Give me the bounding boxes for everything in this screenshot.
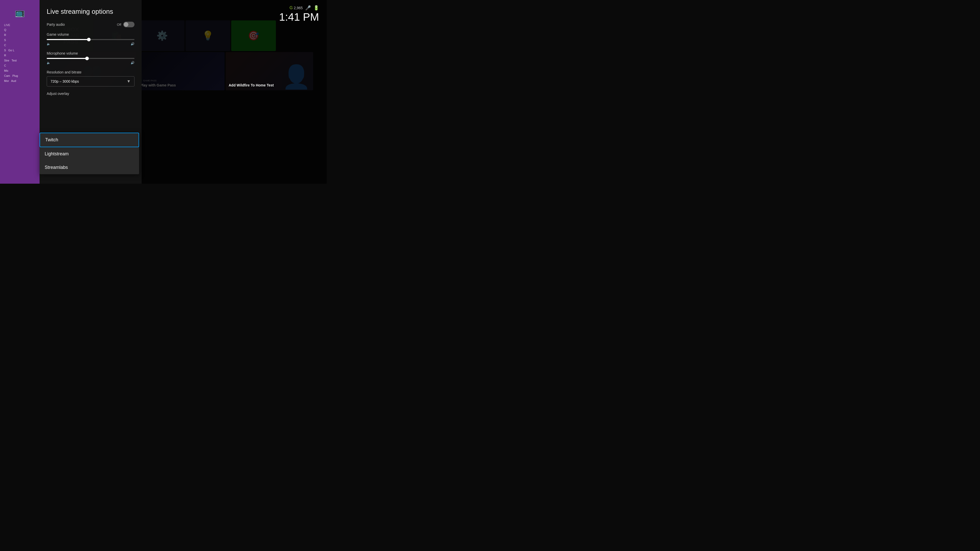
dropdown-option-lightstream[interactable]: Lightstream xyxy=(40,147,139,161)
sidebar-item-q[interactable]: Q xyxy=(3,27,37,32)
tile-spinner[interactable]: 🎯 xyxy=(231,21,276,51)
dropdown-option-twitch[interactable]: Twitch xyxy=(40,133,139,147)
game-volume-track[interactable] xyxy=(47,39,135,40)
volume-high-icon: 🔊 xyxy=(130,42,135,46)
sidebar-item-c2[interactable]: C xyxy=(3,63,37,68)
sidebar-item-r1[interactable]: R xyxy=(3,33,37,37)
sidebar-item-s1[interactable]: S xyxy=(3,38,37,42)
overlay-section: Adjust overlay xyxy=(47,92,135,96)
status-bar: G 2,965 🎤 🔋 1:41 PM xyxy=(279,5,319,22)
gamepass-badge: ✦ GAME PASS xyxy=(140,79,156,82)
person-silhouette: 👤 xyxy=(282,64,310,90)
panel-title: Live streaming options xyxy=(47,8,135,16)
gamerscore-icon: G xyxy=(290,6,293,10)
tile-settings[interactable]: ⚙️ xyxy=(140,21,185,51)
dropdown-option-twitch-label: Twitch xyxy=(45,137,58,142)
overlay-label: Adjust overlay xyxy=(47,92,135,96)
party-audio-value: Off xyxy=(117,23,121,27)
tile-gamepass-play[interactable]: ✦ GAME PASS Play with Game Pass xyxy=(137,52,224,90)
party-audio-control[interactable]: Off xyxy=(117,22,135,27)
spinner-icon: 🎯 xyxy=(248,30,259,41)
dropdown-option-streamlabs[interactable]: Streamlabs xyxy=(40,161,139,174)
tile-wildfire[interactable]: 👤 Add Wildfire To Home Test xyxy=(226,52,313,90)
game-volume-label: Game volume xyxy=(47,32,135,37)
mic-high-icon: 🔊 xyxy=(130,61,135,65)
twitch-logo-icon: 📺 xyxy=(15,8,25,17)
tile-tips[interactable]: 💡 xyxy=(186,21,230,51)
sidebar-item-mor-aud[interactable]: Mor Aud xyxy=(3,79,37,83)
mic-volume-track[interactable] xyxy=(47,58,135,59)
mic-volume-fill xyxy=(47,58,87,59)
game-volume-icons: 🔈 🔊 xyxy=(47,42,135,46)
sidebar-item-stre-test[interactable]: Stre Test xyxy=(3,58,37,63)
sidebar-item-r2[interactable]: R xyxy=(3,53,37,58)
mic-volume-container: Microphone volume 🔈 🔊 xyxy=(47,51,135,65)
game-volume-container: Game volume 🔈 🔊 xyxy=(47,32,135,46)
battery-icon: 🔋 xyxy=(313,5,319,11)
dropdown-arrow-icon: ▼ xyxy=(127,79,130,84)
dropdown-option-streamlabs-label: Streamlabs xyxy=(45,165,68,170)
party-audio-label: Party audio xyxy=(47,22,65,27)
sidebar-item-c-twit[interactable]: C xyxy=(3,43,37,48)
sidebar-title-label: Live xyxy=(0,22,40,27)
resolution-dropdown-button[interactable]: 720p – 3000 kbps ▼ xyxy=(47,76,135,86)
gamepass-play-label: Play with Game Pass xyxy=(140,83,176,87)
sidebar-item-cam-plug[interactable]: Cam Plug xyxy=(3,73,37,78)
mic-volume-thumb[interactable] xyxy=(85,57,89,60)
toggle-thumb xyxy=(124,22,128,27)
settings-icon: ⚙️ xyxy=(156,30,168,41)
time-display: 1:41 PM xyxy=(279,12,319,22)
mic-low-icon: 🔈 xyxy=(47,61,51,65)
sidebar-nav: Q R S C S Go L R Stre Test C Mic Cam Plu… xyxy=(0,27,40,83)
resolution-section: Resolution and bitrate 720p – 3000 kbps … xyxy=(47,70,135,86)
gamerscore-value: 2,965 xyxy=(294,6,303,10)
wildfire-label: Add Wildfire To Home Test xyxy=(229,83,274,87)
volume-low-icon: 🔈 xyxy=(47,42,51,46)
sidebar-live-text: Live xyxy=(4,24,10,27)
game-volume-fill xyxy=(47,39,89,40)
sidebar-logo: 📺 xyxy=(0,5,40,22)
dropdown-option-lightstream-label: Lightstream xyxy=(45,151,68,156)
sidebar-item-mic[interactable]: Mic xyxy=(3,68,37,73)
tips-icon: 💡 xyxy=(202,30,213,41)
mic-icon: 🎤 xyxy=(305,5,311,11)
sidebar-item-s-gol[interactable]: S Go L xyxy=(3,48,37,52)
gamepass-badge-text: GAME PASS xyxy=(143,79,156,82)
party-audio-row: Party audio Off xyxy=(47,22,135,27)
party-audio-toggle[interactable] xyxy=(123,22,135,27)
sidebar: 📺 Live Q R S C S Go L R Stre Test C Mic … xyxy=(0,0,40,184)
game-volume-thumb[interactable] xyxy=(87,38,91,41)
mic-volume-icons: 🔈 🔊 xyxy=(47,61,135,65)
overlay-dropdown-popup: Twitch Lightstream Streamlabs xyxy=(40,133,139,174)
gamerscore-display: G 2,965 xyxy=(290,6,303,10)
mic-volume-label: Microphone volume xyxy=(47,51,135,56)
resolution-value: 720p – 3000 kbps xyxy=(51,79,79,83)
resolution-label: Resolution and bitrate xyxy=(47,70,135,74)
